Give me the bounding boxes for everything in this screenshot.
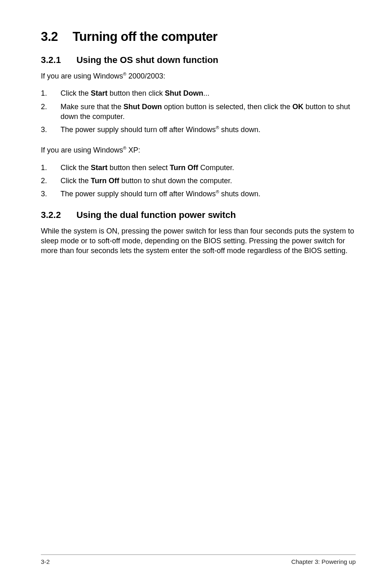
section-heading: 3.2Turning off the computer (41, 29, 356, 44)
intro-paragraph: If you are using Windows® 2000/2003: (41, 71, 356, 81)
step-text: Click the Start button then select Turn … (61, 163, 356, 173)
step-text: The power supply should turn off after W… (61, 125, 356, 135)
subsection-number: 3.2.2 (41, 210, 61, 220)
step-number: 2. (41, 176, 61, 186)
step-text: Click the Turn Off button to shut down t… (61, 176, 356, 186)
step-number: 1. (41, 88, 61, 98)
step-number: 1. (41, 163, 61, 173)
step-number: 2. (41, 102, 61, 122)
text: If you are using Windows (41, 146, 123, 154)
subsection-heading: 3.2.1Using the OS shut down function (41, 55, 356, 65)
list-item: 2. Click the Turn Off button to shut dow… (41, 176, 356, 186)
subsection-title: Using the OS shut down function (76, 55, 218, 65)
step-number: 3. (41, 189, 61, 199)
intro-paragraph: If you are using Windows® XP: (41, 145, 356, 155)
step-text: The power supply should turn off after W… (61, 189, 356, 199)
section-title: Turning off the computer (73, 29, 217, 44)
steps-list: 1. Click the Start button then select Tu… (41, 163, 356, 199)
step-text: Make sure that the Shut Down option butt… (61, 102, 356, 122)
subsection-heading: 3.2.2Using the dual function power switc… (41, 210, 356, 220)
subsection-number: 3.2.1 (41, 55, 61, 65)
subsection-title: Using the dual function power switch (76, 210, 236, 220)
list-item: 3. The power supply should turn off afte… (41, 189, 356, 199)
registered-symbol: ® (216, 189, 219, 194)
list-item: 2. Make sure that the Shut Down option b… (41, 102, 356, 122)
list-item: 1. Click the Start button then select Tu… (41, 163, 356, 173)
page-footer: 3-2 Chapter 3: Powering up (41, 554, 356, 565)
body-paragraph: While the system is ON, pressing the pow… (41, 226, 356, 256)
text: XP: (126, 146, 140, 154)
list-item: 1. Click the Start button then click Shu… (41, 88, 356, 98)
text: If you are using Windows (41, 72, 123, 80)
chapter-label: Chapter 3: Powering up (291, 558, 356, 565)
registered-symbol: ® (123, 146, 126, 150)
step-text: Click the Start button then click Shut D… (61, 88, 356, 98)
list-item: 3. The power supply should turn off afte… (41, 125, 356, 135)
text: 2000/2003: (126, 72, 165, 80)
step-number: 3. (41, 125, 61, 135)
page-number: 3-2 (41, 558, 50, 565)
registered-symbol: ® (123, 72, 126, 76)
registered-symbol: ® (216, 125, 219, 130)
steps-list: 1. Click the Start button then click Shu… (41, 88, 356, 135)
section-number: 3.2 (41, 29, 58, 44)
